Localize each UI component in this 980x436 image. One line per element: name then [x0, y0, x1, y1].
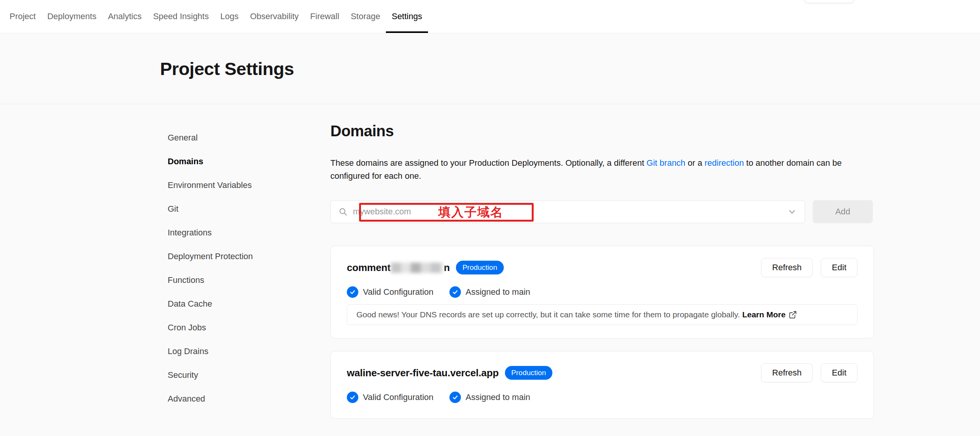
status-valid-configuration: Valid Configuration	[347, 392, 433, 403]
chevron-down-icon[interactable]	[787, 207, 797, 217]
domain-name: waline-server-five-tau.vercel.app	[347, 367, 499, 379]
tab-speed-insights[interactable]: Speed Insights	[147, 0, 215, 33]
dns-info-text: Good news! Your DNS records are set up c…	[356, 310, 740, 319]
sidebar-item-git[interactable]: Git	[168, 204, 283, 214]
domain-card-actions: Refresh Edit	[761, 258, 858, 277]
domain-name-suffix: n	[444, 262, 450, 274]
settings-sidebar: General Domains Environment Variables Gi…	[168, 104, 283, 419]
domains-heading: Domains	[330, 122, 874, 140]
sidebar-item-integrations[interactable]: Integrations	[168, 227, 283, 238]
status-assigned-to-main: Assigned to main	[449, 392, 530, 403]
learn-more-link[interactable]: Learn More	[742, 310, 786, 319]
page-header: Project Settings	[0, 33, 980, 104]
refresh-button[interactable]: Refresh	[761, 258, 813, 277]
domain-name-group: waline-server-five-tau.vercel.app Produc…	[347, 366, 552, 380]
production-badge: Production	[456, 261, 504, 274]
tab-project[interactable]: Project	[4, 0, 41, 33]
project-tabs: Project Deployments Analytics Speed Insi…	[4, 0, 428, 33]
tab-settings[interactable]: Settings	[386, 0, 428, 33]
redacted-domain-blur	[391, 263, 443, 273]
domain-card: commentn Production Refresh Edit Valid C…	[330, 246, 874, 338]
tab-logs[interactable]: Logs	[214, 0, 244, 33]
sidebar-item-cron-jobs[interactable]: Cron Jobs	[168, 322, 283, 333]
status-label: Assigned to main	[466, 392, 530, 402]
check-circle-icon	[449, 286, 461, 298]
status-label: Valid Configuration	[363, 392, 433, 402]
domain-input[interactable]	[353, 207, 782, 217]
tab-firewall[interactable]: Firewall	[304, 0, 345, 33]
sidebar-item-security[interactable]: Security	[168, 370, 283, 380]
add-domain-row: 填入子域名 Add	[330, 200, 874, 223]
description-text: or a	[685, 158, 704, 168]
domain-name-group: commentn Production	[347, 261, 504, 274]
status-assigned-to-main: Assigned to main	[449, 286, 530, 298]
domain-card-header: waline-server-five-tau.vercel.app Produc…	[347, 363, 858, 382]
sidebar-item-data-cache[interactable]: Data Cache	[168, 299, 283, 309]
content-area: General Domains Environment Variables Gi…	[0, 104, 980, 419]
domains-panel: Domains These domains are assigned to yo…	[330, 104, 874, 419]
top-nav: Project Deployments Analytics Speed Insi…	[0, 0, 980, 33]
domain-card-actions: Refresh Edit	[761, 363, 858, 382]
sidebar-item-domains[interactable]: Domains	[168, 156, 283, 167]
status-valid-configuration: Valid Configuration	[347, 286, 433, 298]
sidebar-item-general[interactable]: General	[168, 132, 283, 143]
tab-analytics[interactable]: Analytics	[102, 0, 147, 33]
check-circle-icon	[449, 392, 461, 403]
sidebar-item-environment-variables[interactable]: Environment Variables	[168, 180, 283, 191]
sidebar-item-log-drains[interactable]: Log Drains	[168, 346, 283, 357]
edit-button[interactable]: Edit	[821, 363, 858, 382]
refresh-button[interactable]: Refresh	[761, 363, 813, 382]
sidebar-item-functions[interactable]: Functions	[168, 275, 283, 286]
dns-info-box: Good news! Your DNS records are set up c…	[347, 304, 858, 325]
cutoff-button[interactable]	[804, 0, 854, 3]
redirection-link[interactable]: redirection	[705, 158, 744, 168]
git-branch-link[interactable]: Git branch	[647, 158, 686, 168]
tab-deployments[interactable]: Deployments	[41, 0, 102, 33]
domain-card: waline-server-five-tau.vercel.app Produc…	[330, 351, 874, 419]
external-link-icon[interactable]	[789, 310, 797, 319]
add-domain-button[interactable]: Add	[813, 200, 873, 223]
status-label: Valid Configuration	[363, 287, 433, 297]
status-label: Assigned to main	[466, 287, 530, 297]
tab-observability[interactable]: Observability	[244, 0, 304, 33]
domain-name: comment	[347, 262, 390, 274]
description-text: These domains are assigned to your Produ…	[330, 158, 647, 168]
check-circle-icon	[347, 392, 358, 403]
search-icon	[338, 207, 348, 216]
status-row: Valid Configuration Assigned to main	[347, 286, 858, 298]
page-title: Project Settings	[160, 58, 294, 79]
domain-card-header: commentn Production Refresh Edit	[347, 258, 858, 277]
production-badge: Production	[505, 366, 553, 380]
check-circle-icon	[347, 286, 358, 298]
domains-description: These domains are assigned to your Produ…	[330, 157, 862, 183]
tab-storage[interactable]: Storage	[345, 0, 386, 33]
status-row: Valid Configuration Assigned to main	[347, 392, 858, 403]
sidebar-item-advanced[interactable]: Advanced	[168, 394, 283, 404]
sidebar-item-deployment-protection[interactable]: Deployment Protection	[168, 251, 283, 262]
edit-button[interactable]: Edit	[821, 258, 858, 277]
domain-search-box: 填入子域名	[330, 200, 805, 223]
